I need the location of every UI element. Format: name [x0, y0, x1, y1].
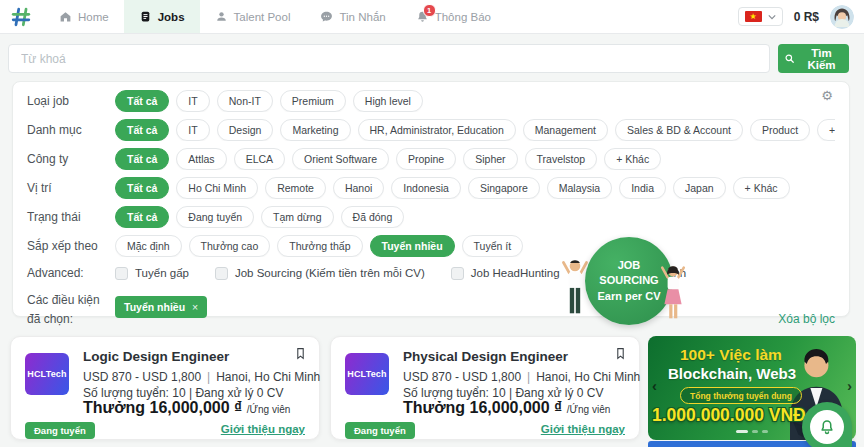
filter-chip[interactable]: Mặc định [115, 235, 182, 257]
filter-chip[interactable]: Product [750, 119, 810, 141]
job-card[interactable]: HCLTech Physical Design Engineer USD 870… [330, 336, 640, 440]
carousel-dot[interactable] [762, 430, 768, 433]
filter-chip[interactable]: Tất cả [115, 148, 169, 170]
company-logo: HCLTech [345, 353, 389, 395]
settings-gear-icon[interactable]: ⚙ [821, 88, 833, 103]
banner-heading: 100+ Việc làm [680, 346, 782, 364]
filter-chip[interactable]: Tất cả [115, 177, 169, 199]
filter-chip[interactable]: Indonesia [391, 177, 461, 199]
remove-chip-icon[interactable]: × [192, 301, 198, 313]
filter-chip[interactable]: Tuyển ít [462, 235, 524, 257]
carousel-next-button[interactable]: › [847, 378, 852, 393]
chevron-down-icon [768, 14, 776, 20]
nav-item-home[interactable]: Home [44, 0, 124, 33]
balance-amount: 0 R$ [794, 10, 819, 24]
advanced-checkbox-option[interactable]: Job Sourcing (Kiếm tiền trên mỗi CV) [215, 267, 425, 280]
job-bonus-unit: /Ứng viên [567, 404, 611, 415]
nav-item-messages[interactable]: Tin Nhắn [305, 0, 400, 33]
brand-logo-icon[interactable] [10, 6, 32, 28]
support-chat-button[interactable] [802, 402, 852, 447]
advanced-checkbox-option[interactable]: Job HeadHunting [451, 267, 560, 280]
job-salary-location: USD 870 - USD 1,800 | Hanoi, Ho Chi Minh [83, 370, 320, 384]
nav-label: Tin Nhắn [339, 11, 385, 23]
clear-filters-link[interactable]: Xóa bộ lọc [778, 312, 835, 326]
filter-chip[interactable]: Singapore [468, 177, 540, 199]
filter-chip[interactable]: + Khác [604, 148, 661, 170]
filter-chip[interactable]: Tất cả [115, 119, 169, 141]
filter-chip[interactable]: Sales & BD & Account [615, 119, 743, 141]
filter-chip[interactable]: Đang tuyển [176, 206, 254, 228]
filter-chip-list: Tất cảITNon-ITPremiumHigh level [115, 90, 423, 112]
filter-chip[interactable]: Tất cả [115, 90, 169, 112]
job-title: Logic Design Engineer [83, 349, 229, 364]
language-selector[interactable]: ★ [738, 7, 783, 26]
filter-chip[interactable]: Premium [280, 90, 346, 112]
advanced-checkbox-option[interactable]: Tuyển gấp [115, 267, 189, 280]
banner-subheading: Blockchain, Web3 [668, 365, 796, 382]
filter-chip[interactable]: Management [523, 119, 608, 141]
job-bonus: Thưởng 16,000,000 ₫ /Ứng viên [83, 399, 290, 417]
filter-chip[interactable]: Non-IT [217, 90, 273, 112]
filter-chip[interactable]: Tuyển nhiều [370, 235, 455, 257]
chat-bubble-shape [802, 402, 852, 447]
job-card[interactable]: HCLTech Logic Design Engineer USD 870 - … [10, 336, 320, 440]
banner-pill: Tổng thưởng tuyển dụng [680, 387, 802, 404]
nav-item-notifications[interactable]: 1 Thông Báo [401, 0, 506, 33]
filter-chip[interactable]: Remote [265, 177, 326, 199]
carousel-dots[interactable] [736, 430, 768, 433]
filter-chip-list: Tất cảAttlasELCAOrient SoftwarePropineSi… [115, 148, 661, 170]
filter-chip[interactable]: Tất cả [115, 206, 169, 228]
filter-row-label: Danh mục [27, 123, 115, 137]
filter-chip[interactable]: Orient Software [292, 148, 389, 170]
support-bell-icon [810, 410, 844, 444]
filter-chip[interactable]: IT [176, 90, 209, 112]
talent-pool-icon [215, 10, 228, 23]
filter-chip[interactable]: Malaysia [547, 177, 612, 199]
bookmark-icon[interactable] [614, 347, 627, 362]
carousel-prev-button[interactable]: ‹ [652, 378, 657, 393]
filter-chip[interactable]: Design [217, 119, 274, 141]
filter-chip[interactable]: Propine [396, 148, 456, 170]
job-meta: Số lượng tuyển: 10 | Đang xử lý 0 CV [403, 386, 603, 400]
carousel-dot[interactable] [752, 430, 758, 433]
filter-chip[interactable]: Ho Chi Minh [176, 177, 258, 199]
filter-chip[interactable]: HR, Administrator, Education [358, 119, 516, 141]
filter-chip[interactable]: Sipher [463, 148, 517, 170]
selected-chips: Tuyển nhiều× [115, 296, 207, 318]
jobs-icon [139, 10, 152, 23]
checkbox-icon[interactable] [215, 267, 228, 280]
filter-chip[interactable]: + Khác [733, 177, 790, 199]
filter-chip-list: Tất cảITDesignMarketingHR, Administrator… [115, 119, 835, 141]
checkbox-icon[interactable] [451, 267, 464, 280]
nav-item-jobs[interactable]: Jobs [124, 0, 200, 33]
filter-chip[interactable]: Tạm dừng [261, 206, 333, 228]
search-input[interactable] [8, 44, 770, 73]
job-meta: Số lượng tuyển: 10 | Đang xử lý 0 CV [83, 386, 283, 400]
refer-now-link[interactable]: Giới thiệu ngay [541, 423, 625, 435]
filter-chip[interactable]: Attlas [176, 148, 226, 170]
filter-chip[interactable]: + Khác [817, 119, 835, 141]
filter-chip[interactable]: Thưởng thấp [277, 235, 362, 257]
filter-chip[interactable]: ELCA [234, 148, 285, 170]
filter-chip[interactable]: Hanoi [333, 177, 384, 199]
refer-now-link[interactable]: Giới thiệu ngay [221, 423, 305, 435]
filter-chip-list: Tất cảĐang tuyểnTạm dừngĐã đóng [115, 206, 404, 228]
filter-chip[interactable]: Travelstop [525, 148, 598, 170]
filter-chip[interactable]: High level [353, 90, 423, 112]
filter-chip[interactable]: Japan [673, 177, 726, 199]
user-avatar[interactable] [830, 5, 854, 29]
filter-chip[interactable]: Đã đóng [341, 206, 405, 228]
filter-chip[interactable]: India [619, 177, 666, 199]
nav-item-talent-pool[interactable]: Talent Pool [200, 0, 306, 33]
filter-row: Loại jobTất cảITNon-ITPremiumHigh level [27, 90, 835, 112]
selected-filter-chip[interactable]: Tuyển nhiều× [115, 296, 207, 318]
checkbox-icon[interactable] [115, 267, 128, 280]
filter-panel: ⚙ Loại jobTất cảITNon-ITPremiumHigh leve… [12, 81, 850, 317]
search-button[interactable]: Tìm Kiếm [778, 44, 849, 73]
bookmark-icon[interactable] [294, 347, 307, 362]
filter-chip[interactable]: Marketing [280, 119, 350, 141]
carousel-dot[interactable] [736, 430, 748, 433]
filter-chip[interactable]: Thưởng cao [189, 235, 271, 257]
filter-chip[interactable]: IT [176, 119, 209, 141]
top-navigation-bar: Home Jobs Talent Pool Tin Nhắn [0, 0, 864, 34]
